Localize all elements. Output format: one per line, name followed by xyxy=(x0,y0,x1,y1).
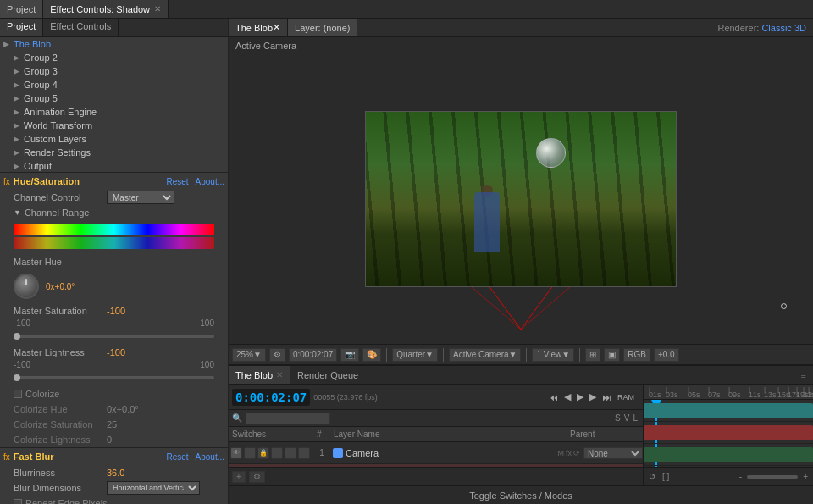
blurriness-row: Blurriness 36.0 xyxy=(0,465,228,480)
fast-blur-header[interactable]: fx Fast Blur Reset About... xyxy=(0,448,228,465)
layer1-lock-switch[interactable]: 🔒 xyxy=(257,447,269,459)
layer-settings-btn[interactable]: ⚙ xyxy=(249,471,265,483)
snapshot-btn[interactable]: 📷 xyxy=(340,348,359,362)
layer1-visibility-switch[interactable]: 👁 xyxy=(230,447,242,459)
hue-sat-reset-btn[interactable]: Reset xyxy=(166,177,188,186)
sat-slider-track[interactable] xyxy=(14,335,214,338)
tree-item-the-blob[interactable]: ▶ The Blob xyxy=(0,37,228,51)
layer1-solo-switch[interactable] xyxy=(244,447,256,459)
light-slider-row xyxy=(0,369,228,386)
last-frame-btn[interactable]: ⏭ xyxy=(600,392,613,402)
repeat-edge-row: Repeat Edge Pixels xyxy=(0,496,228,504)
toggle-modes-bar[interactable]: Toggle Switches / Modes xyxy=(229,485,813,504)
tree-item-custom[interactable]: ▶ Custom Layers xyxy=(0,132,228,146)
timeline-body: 0:00:02:07 00055 (23.976 fps) ⏮ ◀ ▶ ▶ ⏭ … xyxy=(229,385,813,485)
tree-item-group5[interactable]: ▶ Group 5 xyxy=(0,91,228,105)
blur-dim-row: Blur Dimensions Horizontal and Vertica..… xyxy=(0,480,228,496)
track-row-element[interactable] xyxy=(644,444,813,466)
master-light-value[interactable]: -100 xyxy=(107,347,224,357)
layer-search-input[interactable] xyxy=(246,413,330,424)
close-comp-icon[interactable]: ✕ xyxy=(273,22,280,33)
project-tab[interactable]: Project xyxy=(0,0,43,18)
tree-item-world[interactable]: ▶ World Transform xyxy=(0,119,228,132)
fast-blur-reset-btn[interactable]: Reset xyxy=(166,452,188,462)
render-queue-tab[interactable]: Render Queue xyxy=(290,366,365,384)
ruler-mark-05s: 05s xyxy=(688,385,700,399)
zoom-btn[interactable]: 25%▼ xyxy=(232,348,266,362)
tree-item-render[interactable]: ▶ Render Settings xyxy=(0,146,228,159)
track-row-camera[interactable] xyxy=(644,400,813,422)
renderer-value[interactable]: Classic 3D xyxy=(761,23,806,33)
layer-visibility-icon[interactable]: V xyxy=(624,413,630,423)
color-info-btn[interactable]: 🎨 xyxy=(362,348,381,362)
camera-view-btn[interactable]: Active Camera▼ xyxy=(449,348,521,362)
close-icon[interactable]: ✕ xyxy=(154,4,161,14)
layer1-shy-switch[interactable] xyxy=(271,447,283,459)
loop-btn[interactable]: ↺ xyxy=(647,472,657,481)
name-col-header: Layer Name xyxy=(330,429,567,439)
tl-time-controls: 0:00:02:07 00055 (23.976 fps) ⏮ ◀ ▶ ▶ ⏭ … xyxy=(229,385,643,410)
colorize-checkbox[interactable] xyxy=(14,390,22,398)
master-hue-value[interactable]: 0x+0.0° xyxy=(46,282,75,291)
add-layer-btn[interactable]: + xyxy=(232,471,246,483)
timecode-display[interactable]: 0:00:02:07 xyxy=(232,389,310,406)
layer1-parent-select[interactable]: None xyxy=(583,447,643,459)
comp-tab-the-blob[interactable]: The Blob ✕ xyxy=(229,19,288,36)
close-timeline-icon[interactable]: ✕ xyxy=(276,370,283,379)
view-count-btn[interactable]: 1 View▼ xyxy=(532,348,574,362)
play-btn[interactable]: ▶ xyxy=(575,391,585,402)
timeline-options-icon[interactable]: ≡ xyxy=(794,370,813,380)
work-area-btn[interactable]: [ ] xyxy=(661,472,671,481)
next-frame-btn[interactable]: ▶ xyxy=(588,391,598,402)
hue-dial[interactable] xyxy=(14,274,39,299)
tree-item-output[interactable]: ▶ Output xyxy=(0,159,228,173)
zoom-out-timeline-btn[interactable]: - xyxy=(738,472,744,481)
timecode-display-btn[interactable]: 0:00:02:07 xyxy=(289,348,337,362)
tl-tracks-panel: 01s 03s 05s 07s 09s 11s 13s 15s 17s 19s … xyxy=(644,385,813,485)
comp-camera-label: Active Camera xyxy=(229,37,813,54)
tree-label: Custom Layers xyxy=(24,134,86,144)
track-row-shadow[interactable] xyxy=(644,422,813,444)
repeat-edge-checkbox[interactable] xyxy=(14,499,22,504)
layer1-3d-switch[interactable] xyxy=(298,447,310,459)
project-panel-tab[interactable]: Project xyxy=(0,19,43,36)
ram-preview-btn[interactable]: RAM xyxy=(616,393,636,402)
tl-columns-header: Switches # Layer Name Parent xyxy=(229,427,643,442)
master-hue-row: Master Hue xyxy=(0,254,228,269)
channel-control-select[interactable]: Master Reds Yellows Greens xyxy=(107,191,174,204)
layer-tab[interactable]: Layer: (none) xyxy=(288,19,357,36)
tree-item-group4[interactable]: ▶ Group 4 xyxy=(0,78,228,91)
resolution-btn[interactable]: Quarter▼ xyxy=(392,348,438,362)
zoom-in-timeline-btn[interactable]: + xyxy=(801,472,810,481)
fx-icon: fx xyxy=(3,177,10,186)
transparency-btn[interactable]: ▣ xyxy=(604,348,620,362)
layer-lock-icon[interactable]: L xyxy=(633,413,638,423)
blur-dim-select[interactable]: Horizontal and Vertica... Horizontal Ver… xyxy=(107,481,200,495)
timeline-tab-blob[interactable]: The Blob ✕ xyxy=(229,366,290,384)
prev-frame-btn[interactable]: ◀ xyxy=(562,391,572,402)
hue-saturation-header[interactable]: fx Hue/Saturation Reset About... xyxy=(0,173,228,190)
timeline-zoom-slider[interactable] xyxy=(747,475,798,479)
blurriness-value[interactable]: 36.0 xyxy=(107,468,224,478)
channel-control-label: Channel Control xyxy=(14,192,107,202)
layer1-collapse-switch[interactable] xyxy=(285,447,296,459)
layer-solo-icon[interactable]: S xyxy=(615,413,621,423)
fast-blur-about-btn[interactable]: About... xyxy=(196,452,224,462)
grid-btn[interactable]: ⊞ xyxy=(585,348,600,362)
hue-sat-about-btn[interactable]: About... xyxy=(196,177,224,186)
tree-item-group3[interactable]: ▶ Group 3 xyxy=(0,64,228,78)
preview-quality-btn[interactable]: ⚙ xyxy=(269,348,285,362)
track-row-footage[interactable] xyxy=(644,466,813,467)
layer-row[interactable]: 👁 🔒 1 Camera M xyxy=(229,442,643,464)
effect-controls-panel-tab[interactable]: Effect Controls xyxy=(43,19,119,36)
fast-blur-section: fx Fast Blur Reset About... Blurriness 3… xyxy=(0,448,228,504)
effect-controls-tab[interactable]: Effect Controls: Shadow ✕ xyxy=(43,0,169,18)
light-slider-track[interactable] xyxy=(14,376,214,379)
master-sat-value[interactable]: -100 xyxy=(107,306,224,316)
element-track-bar xyxy=(644,447,813,462)
exposure-btn[interactable]: +0.0 xyxy=(654,348,679,362)
channel-btn[interactable]: RGB xyxy=(623,348,650,362)
tree-item-anim[interactable]: ▶ Animation Engine xyxy=(0,105,228,119)
first-frame-btn[interactable]: ⏮ xyxy=(547,392,560,402)
tree-item-group2[interactable]: ▶ Group 2 xyxy=(0,51,228,64)
